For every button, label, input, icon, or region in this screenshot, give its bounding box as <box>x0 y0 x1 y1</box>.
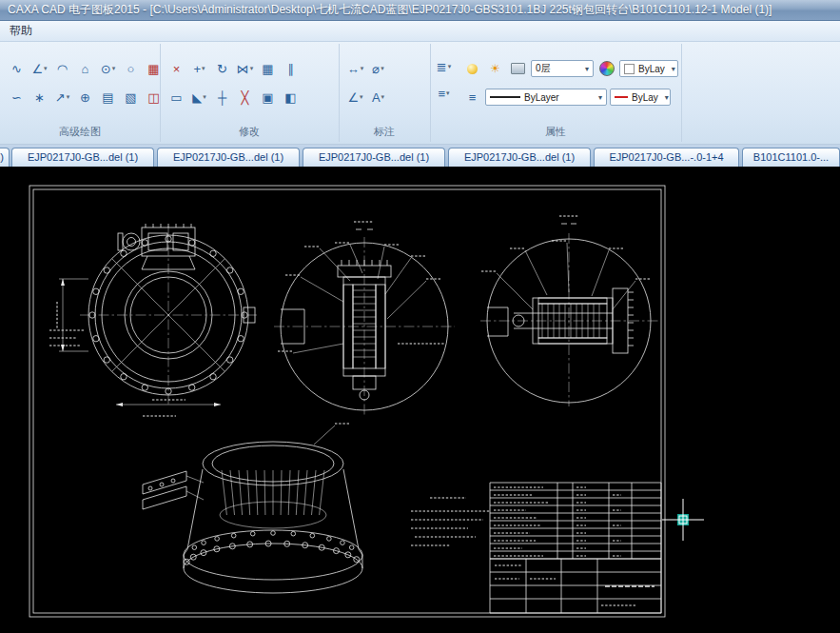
title-bar: CAXA CAD 电子图板2015 - [C:\Users\Administra… <box>0 0 840 21</box>
ribbon-group-dimension: ↔ ⌀ ∠ A 标注 <box>339 44 431 142</box>
color-value: ByLay <box>638 64 665 74</box>
doc-tab-1[interactable]: EJP0217J0-GB...del (1) <box>11 148 154 167</box>
angle-line-icon[interactable]: ∠ <box>29 59 49 78</box>
scale-icon[interactable]: ▣ <box>258 88 278 107</box>
layer-bulb-icon[interactable] <box>462 59 482 78</box>
group-label-properties: 属性 <box>430 125 681 139</box>
hatch-icon[interactable]: ▤ <box>98 88 118 107</box>
line-settings-icon[interactable]: ≡ <box>434 84 454 103</box>
isometric-view <box>143 424 362 593</box>
group-label-dimension: 标注 <box>339 125 430 139</box>
curve-icon[interactable]: ∿ <box>7 59 27 78</box>
color-chip <box>624 64 635 74</box>
ribbon: ∿ ∠ ◠ ⌂ ⊙ ○ ▦ ∽ ∗ ↗ ⊕ ▤ ▧ ◫ 高级绘图 × <box>0 42 840 145</box>
insert-block-icon[interactable]: ⊕ <box>75 88 95 107</box>
erase-icon[interactable]: × <box>166 59 186 78</box>
intersect-icon[interactable]: ┼ <box>212 88 232 107</box>
layer-sun-icon[interactable]: ☀ <box>485 59 505 78</box>
array-icon[interactable]: ▦ <box>258 59 278 78</box>
doc-tab-6[interactable]: B101C1101.0-... <box>742 148 840 167</box>
section-view-right <box>480 216 658 406</box>
doc-tab-2[interactable]: EJP0217J0-GB...del (1) <box>157 148 300 167</box>
mirror-icon[interactable]: ⋈ <box>235 59 255 78</box>
linetype-dropdown[interactable]: ByLayer <box>485 89 607 106</box>
ribbon-group-advanced-draw: ∿ ∠ ◠ ⌂ ⊙ ○ ▦ ∽ ∗ ↗ ⊕ ▤ ▧ ◫ 高级绘图 <box>0 44 161 142</box>
explode-icon[interactable]: ◧ <box>281 88 301 107</box>
move-icon[interactable]: + <box>189 59 209 78</box>
menu-bar: 帮助 <box>0 21 840 42</box>
linear-dim-icon[interactable]: ↔ <box>345 59 365 78</box>
color-wheel-icon[interactable] <box>596 59 616 78</box>
break-icon[interactable]: ╳ <box>235 88 255 107</box>
drawing-canvas[interactable] <box>0 167 840 633</box>
point-icon[interactable]: ∗ <box>29 88 49 107</box>
linetype-sample <box>490 96 520 98</box>
document-tabs: ) EJP0217J0-GB...del (1) EJP0217J0-GB...… <box>0 145 840 167</box>
caxa-window: CAXA CAD 电子图板2015 - [C:\Users\Administra… <box>0 0 840 633</box>
offset-icon[interactable]: ∥ <box>281 59 301 78</box>
doc-tab-0[interactable]: ) <box>0 148 10 167</box>
doc-tab-5[interactable]: EJP0217J0-GB...-.0-1+4 <box>594 148 739 167</box>
layer-print-icon[interactable] <box>508 59 528 78</box>
menu-help[interactable]: 帮助 <box>0 21 42 41</box>
stretch-icon[interactable]: ▭ <box>166 88 186 107</box>
rotate-icon[interactable]: ↻ <box>212 59 232 78</box>
window-title: CAXA CAD 电子图板2015 - [C:\Users\Administra… <box>8 3 772 16</box>
technical-notes <box>411 498 491 545</box>
doc-tab-3[interactable]: EJP0217J0-GB...del (1) <box>303 148 445 167</box>
layer-value: 0层 <box>536 62 551 75</box>
layer-dropdown[interactable]: 0层 <box>531 60 594 77</box>
title-block-table <box>490 483 661 613</box>
lineweight-sample <box>615 96 628 98</box>
cad-drawing <box>0 167 840 633</box>
section-view-middle <box>274 222 455 416</box>
crosshair-cursor <box>662 499 704 541</box>
layers-icon[interactable]: ≣ <box>434 57 454 76</box>
flange-view <box>49 224 257 416</box>
linetype-icon[interactable]: ≡ <box>462 88 482 107</box>
ray-icon[interactable]: ↗ <box>52 88 72 107</box>
group-label-modify: 修改 <box>160 125 339 139</box>
ribbon-group-properties: ≣ ≡ ☀ 0层 ByLay ≡ ByLayer <box>430 44 682 142</box>
diameter-dim-icon[interactable]: ⌀ <box>368 59 388 78</box>
lineweight-dropdown[interactable]: ByLay <box>610 89 671 106</box>
circle-icon[interactable]: ○ <box>121 59 141 78</box>
arc-icon[interactable]: ◠ <box>52 59 72 78</box>
circle-center-icon[interactable]: ⊙ <box>98 59 118 78</box>
color-dropdown[interactable]: ByLay <box>619 60 678 77</box>
polygon-icon[interactable]: ⌂ <box>75 59 95 78</box>
trim-icon[interactable]: ◣ <box>189 88 209 107</box>
lineweight-value: ByLay <box>632 92 658 103</box>
text-icon[interactable]: A <box>368 88 388 107</box>
linetype-value: ByLayer <box>524 92 559 103</box>
gradient-icon[interactable]: ▧ <box>121 88 141 107</box>
ribbon-group-modify: × + ↻ ⋈ ▦ ∥ ▭ ◣ ┼ ╳ ▣ ◧ 修改 <box>160 44 340 142</box>
doc-tab-4[interactable]: EJP0217J0-GB...del (1) <box>448 148 591 167</box>
group-label-advanced-draw: 高级绘图 <box>0 125 160 139</box>
spline-icon[interactable]: ∽ <box>7 88 27 107</box>
angle-dim-icon[interactable]: ∠ <box>345 88 365 107</box>
